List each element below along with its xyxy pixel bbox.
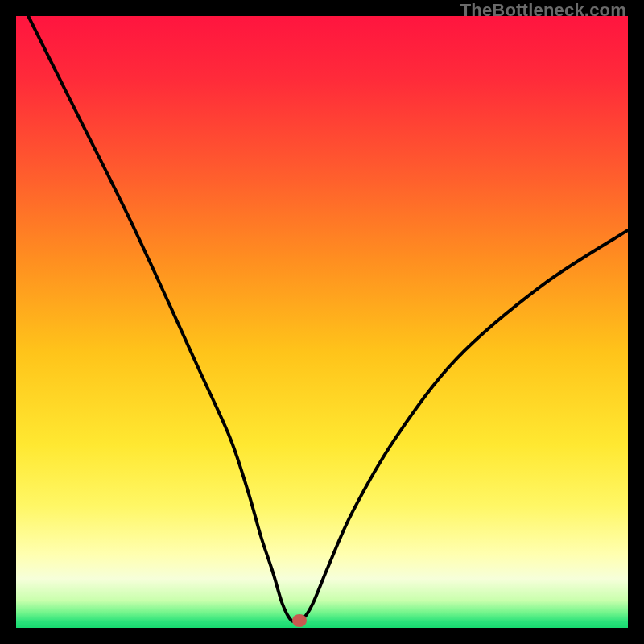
- plot-area: [16, 16, 628, 628]
- chart-lines: [16, 16, 628, 628]
- outer-frame: TheBottleneck.com: [0, 0, 644, 644]
- optimum-marker: [292, 614, 307, 627]
- watermark-text: TheBottleneck.com: [460, 0, 626, 21]
- bottleneck-curve: [28, 16, 628, 621]
